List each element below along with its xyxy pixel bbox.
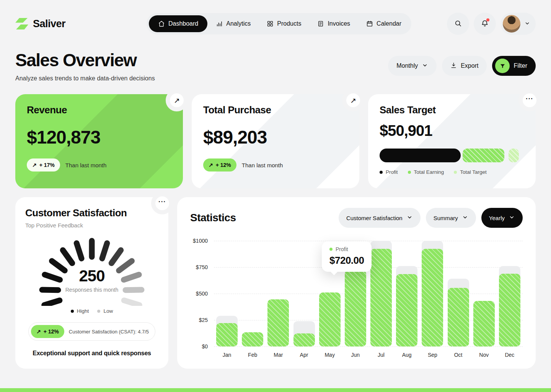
avatar: [503, 15, 520, 33]
topbar: Saliver DashboardAnalyticsProductsInvoic…: [15, 11, 536, 36]
nav-label: Products: [277, 20, 301, 27]
chart-tooltip: Profit $720.00: [322, 241, 372, 272]
x-tick: Jun: [345, 352, 366, 358]
bar-sep[interactable]: Sep: [422, 241, 443, 346]
arrow-up-right-icon: ↗: [209, 162, 213, 168]
search-icon: [454, 20, 462, 28]
satisfaction-subtitle: Top Positive Feedback: [25, 222, 83, 229]
revenue-value: $120,873: [27, 127, 171, 148]
nav-item-invoices[interactable]: Invoices: [310, 15, 358, 32]
footer-accent-strip: [0, 388, 551, 392]
bar-apr[interactable]: Apr: [293, 241, 315, 346]
notifications-button[interactable]: [474, 13, 496, 35]
brand-name: Saliver: [33, 18, 65, 30]
total-purchase-card: ↗ Total Purchase $89,203 ↗ + 12% Than la…: [192, 94, 359, 188]
bar-mar[interactable]: Mar: [267, 241, 289, 346]
period-select[interactable]: Monthly: [388, 56, 437, 76]
csat-text: Customer Satisfaction (CSAT): 4.7/5: [69, 329, 149, 335]
grid-icon: [267, 20, 274, 27]
bar-fill: [396, 274, 417, 346]
search-button[interactable]: [447, 13, 469, 35]
revenue-card: ↗ Revenue $120,873 ↗ + 17% Than last mon…: [15, 94, 183, 188]
sales-target-card: ··· Sales Target $50,901 ProfitTotal Ear…: [368, 94, 536, 188]
legend-item: Total Target: [454, 169, 487, 175]
statistics-header: Statistics Customer SatisfactionSummaryY…: [190, 208, 523, 228]
target-menu-button[interactable]: ···: [518, 89, 541, 111]
responses-count: 250: [34, 267, 149, 285]
bar-feb[interactable]: Feb: [242, 241, 263, 346]
legend-item: Profit: [380, 169, 398, 175]
statistics-chart: $1000$750$500$25$0 Profit $720.00 JanFeb…: [190, 241, 523, 346]
nav-item-analytics[interactable]: Analytics: [208, 15, 258, 32]
bar-nov[interactable]: Nov: [473, 241, 495, 346]
y-tick: $500: [196, 291, 208, 297]
legend-dot: [71, 310, 74, 313]
x-tick: Oct: [448, 352, 469, 358]
stats-filter-summary[interactable]: Summary: [426, 208, 476, 228]
purchase-caption: Than last month: [242, 162, 283, 168]
statistics-card: Statistics Customer SatisfactionSummaryY…: [177, 197, 536, 369]
nav-item-calendar[interactable]: Calendar: [359, 15, 409, 32]
legend-item: Low: [97, 308, 113, 314]
target-segment-total-target: [509, 149, 518, 162]
tooltip-dot: [329, 248, 333, 251]
bar-fill: [448, 288, 469, 346]
bar-fill: [422, 249, 443, 346]
purchase-title: Total Purchase: [203, 104, 348, 116]
nav-item-products[interactable]: Products: [259, 15, 309, 32]
satisfaction-note: Exceptional support and quick responses: [33, 350, 151, 357]
x-tick: Mar: [267, 352, 289, 358]
arrow-up-right-icon: ↗: [36, 328, 41, 335]
satisfaction-legend: HightLow: [71, 308, 113, 314]
statistics-title: Statistics: [190, 212, 236, 224]
x-tick: Feb: [242, 352, 263, 358]
target-progress-bar: [380, 149, 524, 162]
bar-fill: [293, 333, 315, 347]
page-subtitle: Analyze sales trends to make data-driven…: [15, 75, 155, 82]
bar-jan[interactable]: Jan: [216, 241, 238, 346]
export-button[interactable]: Export: [442, 56, 487, 76]
revenue-expand-button[interactable]: ↗: [166, 89, 188, 111]
bar-jul[interactable]: Jul: [370, 241, 392, 346]
nav-label: Analytics: [226, 20, 251, 27]
gridline: [214, 346, 523, 347]
bar-aug[interactable]: Aug: [396, 241, 417, 346]
y-tick: $1000: [193, 238, 208, 244]
revenue-delta-badge: ↗ + 17%: [27, 158, 60, 172]
bar-fill: [319, 292, 341, 346]
chevron-down-icon: [509, 214, 515, 222]
legend-item: Hight: [71, 308, 89, 314]
filter-button[interactable]: Filter: [492, 56, 536, 76]
bar-fill: [345, 270, 366, 346]
bar-dec[interactable]: Dec: [499, 241, 520, 346]
bar-oct[interactable]: Oct: [448, 241, 469, 346]
main-nav: DashboardAnalyticsProductsInvoicesCalend…: [147, 13, 411, 34]
purchase-delta-badge: ↗ + 12%: [203, 158, 236, 172]
nav-label: Calendar: [377, 20, 401, 27]
export-label: Export: [461, 62, 478, 69]
tooltip-value: $720.00: [329, 255, 364, 266]
stat-cards: ↗ Revenue $120,873 ↗ + 17% Than last mon…: [15, 94, 536, 188]
bar-fill: [242, 332, 263, 346]
legend-dot: [454, 171, 457, 174]
x-tick: May: [319, 352, 341, 358]
bar-fill: [267, 299, 289, 346]
user-menu[interactable]: [500, 13, 536, 35]
stats-filter-yearly[interactable]: Yearly: [481, 208, 523, 228]
download-icon: [450, 62, 457, 70]
tooltip-label: Profit: [336, 246, 348, 252]
purchase-value: $89,203: [203, 127, 348, 148]
purchase-expand-button[interactable]: ↗: [342, 89, 364, 111]
y-tick: $25: [199, 317, 208, 323]
chevron-down-icon: [524, 20, 530, 28]
chevron-down-icon: [406, 214, 413, 222]
satisfaction-menu-button[interactable]: ···: [151, 192, 173, 214]
y-tick: $750: [196, 264, 208, 270]
stats-filter-customer-satisfaction[interactable]: Customer Satisfaction: [339, 208, 421, 228]
revenue-caption: Than last month: [65, 162, 107, 168]
nav-item-dashboard[interactable]: Dashboard: [149, 15, 207, 32]
x-tick: Aug: [396, 352, 417, 358]
satisfaction-gauge: 250 Responses this month: [34, 234, 149, 306]
legend-dot: [380, 171, 383, 174]
dashboard-page: Saliver DashboardAnalyticsProductsInvoic…: [0, 0, 551, 369]
